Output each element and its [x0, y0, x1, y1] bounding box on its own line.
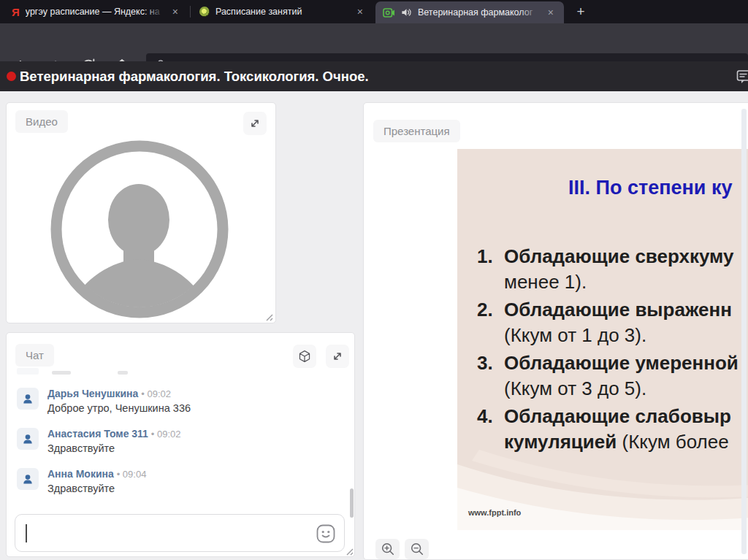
slide-footer-link: www.fppt.info [468, 508, 521, 517]
message-text: Здравствуйте [47, 483, 146, 494]
slide-canvas: III. По степени ку 1. Обладающие сверхку… [457, 149, 748, 530]
tab-title: ургэу расписание — Яндекс: на [26, 7, 164, 17]
zoom-out-button[interactable] [405, 539, 429, 559]
emoji-picker-button[interactable] [316, 524, 335, 543]
chat-scrollbar[interactable] [350, 488, 354, 518]
tab-yandex-search[interactable]: Я ургэу расписание — Яндекс: на × [4, 0, 188, 23]
presentation-panel-label: Презентация [373, 120, 460, 142]
slide-title: III. По степени ку [568, 177, 732, 199]
message-author: Анна Мокина • 09:04 [47, 468, 146, 480]
slide-list-item: 2. Обладающие выраженн (Ккум от 1 до 3). [477, 297, 739, 348]
cube-icon [298, 350, 311, 363]
chat-resize-handle[interactable] [346, 548, 354, 556]
tab-title: Расписание занятий [215, 7, 348, 17]
slide-list: 1. Обладающие сверхкуму менее 1). 2. Обл… [477, 244, 739, 457]
user-avatar-icon [17, 468, 39, 490]
tab-close-button[interactable]: × [169, 5, 181, 18]
chat-message: Анастасия Томе 311 • 09:02 Здравствуйте [17, 428, 181, 454]
tab-close-button[interactable]: × [354, 5, 366, 18]
webinar-header: Ветеринарная фармакология. Токсикология.… [0, 61, 748, 91]
chat-message: Анна Мокина • 09:04 Здравствуйте [17, 468, 146, 494]
expand-icon [249, 118, 261, 129]
user-avatar-icon [17, 388, 39, 410]
expand-icon [332, 350, 343, 362]
message-author: Анастасия Томе 311 • 09:02 [47, 428, 181, 440]
expand-video-button[interactable] [243, 112, 267, 135]
slide-decoration-waves [457, 442, 748, 530]
tab-webinar[interactable]: Ветеринарная фармаколог × [375, 1, 564, 23]
video-resize-handle[interactable] [265, 313, 273, 321]
schedule-favicon [199, 7, 210, 17]
recording-indicator [7, 72, 16, 81]
chat-input[interactable] [15, 514, 345, 552]
expand-chat-button[interactable] [326, 345, 349, 368]
message-text: Доброе утро, Ченушкина 336 [47, 402, 191, 414]
chat-panel: Чат Дарья Ченушкина • 09:02 Доброе утро,… [6, 332, 355, 557]
chat-3d-view-button[interactable] [293, 345, 316, 368]
slide-list-item: 1. Обладающие сверхкуму менее 1). [477, 244, 739, 295]
message-author: Дарья Ченушкина • 09:02 [47, 388, 191, 399]
tab-separator [190, 6, 191, 18]
message-text: Здравствуйте [47, 442, 181, 454]
browser-toolbar: https://pruffme.com/webinar/?id=e38e3f62… [0, 23, 748, 61]
chat-message: Дарья Ченушкина • 09:02 Доброе утро, Чен… [17, 388, 191, 414]
video-avatar-placeholder [48, 138, 231, 321]
presentation-scrollbar[interactable] [741, 109, 747, 554]
presentation-panel: Презентация III. По степени ку 1. Облада… [363, 102, 748, 560]
tab-audio-icon[interactable] [401, 7, 412, 18]
new-tab-button[interactable]: + [571, 2, 590, 21]
tab-title: Ветеринарная фармаколог [418, 7, 539, 18]
webcam-sharing-icon [383, 8, 395, 18]
text-caret [26, 524, 27, 542]
webinar-title: Ветеринарная фармакология. Токсикология.… [20, 69, 369, 85]
slide-list-item: 3. Обладающие умеренной (Ккум от 3 до 5)… [477, 350, 739, 402]
zoom-in-button[interactable] [375, 539, 400, 559]
yandex-favicon: Я [12, 7, 20, 18]
zoom-out-icon [410, 542, 424, 556]
panel-toggle-icon[interactable] [736, 69, 748, 85]
zoom-in-icon [381, 542, 395, 556]
browser-tab-bar: Я ургэу расписание — Яндекс: на × Распис… [0, 0, 748, 23]
video-panel-label: Видео [15, 110, 68, 133]
tab-close-button[interactable]: × [545, 6, 557, 19]
video-panel: Видео [6, 102, 276, 323]
chat-panel-label: Чат [15, 344, 54, 367]
tab-schedule[interactable]: Расписание занятий × [192, 0, 373, 23]
user-avatar-icon [17, 428, 39, 450]
